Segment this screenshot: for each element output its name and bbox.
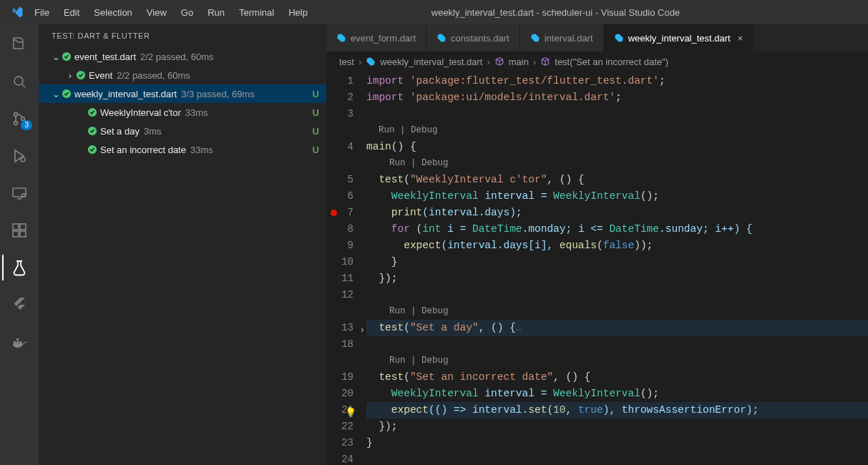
chevron-right-icon: › bbox=[359, 57, 361, 67]
test-item-label: Event bbox=[89, 70, 112, 81]
editor-tab[interactable]: event_form.dart bbox=[326, 24, 426, 52]
vcs-status: U bbox=[313, 89, 319, 99]
test-tree-item[interactable]: ⌄weekly_interval_test.dart3/3 passed, 69… bbox=[39, 84, 326, 103]
svg-rect-7 bbox=[13, 224, 19, 230]
editor-tab[interactable]: interval.dart bbox=[520, 24, 604, 52]
vscode-logo-icon bbox=[6, 6, 29, 19]
codelens[interactable]: Run | Debug bbox=[366, 303, 868, 320]
tab-label: weekly_interval_test.dart bbox=[628, 33, 731, 44]
test-tree-item[interactable]: ›Event2/2 passed, 60ms bbox=[39, 66, 326, 84]
bc-main[interactable]: main bbox=[509, 57, 529, 67]
test-item-meta: 33ms bbox=[185, 107, 208, 118]
svg-point-4 bbox=[21, 157, 25, 162]
close-icon[interactable]: × bbox=[735, 33, 743, 44]
codelens[interactable]: Run | Debug bbox=[366, 122, 868, 139]
dart-file-icon bbox=[366, 57, 376, 67]
menu-help[interactable]: Help bbox=[283, 4, 313, 21]
sidebar-title: TEST: DART & FLUTTER bbox=[39, 24, 326, 47]
test-item-label: Set a day bbox=[100, 126, 140, 137]
cube-icon bbox=[494, 57, 504, 67]
menu-bar: File Edit Selection View Go Run Terminal… bbox=[29, 4, 313, 21]
test-sidebar: TEST: DART & FLUTTER ⌄event_test.dart2/2… bbox=[39, 24, 326, 465]
test-tree-item[interactable]: Set an incorrect date33msU bbox=[39, 140, 326, 159]
chevron-right-icon: › bbox=[533, 57, 536, 67]
editor-tabs: event_form.dartconstants.dartinterval.da… bbox=[326, 24, 868, 52]
remote-icon[interactable] bbox=[2, 179, 36, 207]
test-tree-item[interactable]: ⌄event_test.dart2/2 passed, 60ms bbox=[39, 47, 326, 66]
test-pass-icon bbox=[87, 107, 100, 117]
editor-area: event_form.dartconstants.dartinterval.da… bbox=[326, 24, 868, 465]
test-item-meta: 3/3 passed, 69ms bbox=[181, 89, 255, 99]
menu-selection[interactable]: Selection bbox=[88, 4, 137, 21]
test-item-label: weekly_interval_test.dart bbox=[74, 89, 177, 99]
menu-terminal[interactable]: Terminal bbox=[233, 4, 280, 21]
svg-point-0 bbox=[14, 77, 23, 85]
menu-file[interactable]: File bbox=[29, 4, 55, 21]
vcs-status: U bbox=[313, 145, 319, 155]
source-control-icon[interactable]: 3 bbox=[2, 104, 36, 133]
breakpoint-icon[interactable] bbox=[331, 210, 337, 216]
cube-icon bbox=[540, 57, 550, 67]
chevron-icon[interactable]: › bbox=[64, 70, 76, 81]
menu-view[interactable]: View bbox=[141, 4, 172, 21]
codelens[interactable]: Run | Debug bbox=[366, 353, 868, 369]
run-debug-icon[interactable] bbox=[2, 142, 36, 170]
vcs-status: U bbox=[313, 126, 319, 137]
testing-icon[interactable] bbox=[2, 253, 36, 282]
chevron-right-icon: › bbox=[487, 57, 489, 67]
code-content[interactable]: import 'package:flutter_test/flutter_tes… bbox=[366, 72, 868, 465]
editor-tab[interactable]: weekly_interval_test.dart× bbox=[604, 24, 754, 52]
svg-rect-12 bbox=[16, 341, 19, 343]
test-pass-icon bbox=[87, 145, 100, 155]
vcs-status: U bbox=[313, 107, 319, 118]
test-item-meta: 2/2 passed, 60ms bbox=[117, 70, 190, 81]
docker-icon[interactable] bbox=[2, 328, 36, 356]
tab-label: event_form.dart bbox=[351, 33, 416, 44]
test-pass-icon bbox=[62, 89, 74, 99]
svg-rect-14 bbox=[16, 338, 19, 341]
explorer-icon[interactable] bbox=[2, 30, 36, 59]
bc-test[interactable]: test("Set an incorrect date") bbox=[555, 57, 668, 67]
tab-label: interval.dart bbox=[545, 33, 593, 44]
scm-badge: 3 bbox=[21, 120, 32, 130]
test-item-meta: 3ms bbox=[144, 126, 162, 137]
svg-rect-11 bbox=[14, 341, 16, 343]
test-item-label: Set an incorrect date bbox=[100, 145, 186, 155]
svg-rect-5 bbox=[13, 188, 26, 197]
window-title: weekly_interval_test.dart - scheduler-ui… bbox=[313, 7, 798, 18]
editor-tab[interactable]: constants.dart bbox=[426, 24, 520, 52]
test-pass-icon bbox=[87, 126, 100, 136]
search-icon[interactable] bbox=[2, 67, 36, 96]
svg-rect-9 bbox=[20, 231, 26, 237]
svg-rect-8 bbox=[13, 231, 19, 237]
gutter: 12345678910111213›181920💡21222324 bbox=[326, 72, 366, 465]
title-bar: File Edit Selection View Go Run Terminal… bbox=[0, 0, 868, 24]
test-item-meta: 2/2 passed, 60ms bbox=[140, 52, 214, 62]
code-editor[interactable]: 12345678910111213›181920💡21222324 import… bbox=[326, 72, 868, 465]
test-pass-icon bbox=[76, 70, 89, 80]
flutter-icon[interactable] bbox=[2, 290, 36, 319]
test-tree-item[interactable]: WeeklyInterval c'tor33msU bbox=[39, 103, 326, 122]
bc-folder[interactable]: test bbox=[339, 57, 354, 67]
menu-edit[interactable]: Edit bbox=[58, 4, 85, 21]
svg-rect-10 bbox=[20, 224, 26, 230]
chevron-icon[interactable]: ⌄ bbox=[50, 52, 62, 62]
extensions-icon[interactable] bbox=[2, 216, 36, 245]
breadcrumbs[interactable]: test › weekly_interval_test.dart › main … bbox=[326, 52, 868, 72]
test-item-label: WeeklyInterval c'tor bbox=[100, 107, 181, 118]
chevron-icon[interactable]: ⌄ bbox=[50, 89, 62, 99]
svg-point-1 bbox=[14, 113, 18, 117]
test-tree-item[interactable]: Set a day3msU bbox=[39, 122, 326, 140]
svg-point-2 bbox=[14, 122, 18, 125]
tab-label: constants.dart bbox=[451, 33, 509, 44]
menu-run[interactable]: Run bbox=[202, 4, 230, 21]
svg-rect-13 bbox=[19, 341, 21, 343]
menu-go[interactable]: Go bbox=[175, 4, 199, 21]
test-item-label: event_test.dart bbox=[74, 52, 136, 62]
test-item-meta: 33ms bbox=[190, 145, 213, 155]
bc-file[interactable]: weekly_interval_test.dart bbox=[380, 57, 482, 67]
test-tree: ⌄event_test.dart2/2 passed, 60ms›Event2/… bbox=[39, 47, 326, 159]
test-pass-icon bbox=[62, 52, 74, 62]
activity-bar: 3 bbox=[0, 24, 39, 465]
codelens[interactable]: Run | Debug bbox=[366, 155, 868, 172]
